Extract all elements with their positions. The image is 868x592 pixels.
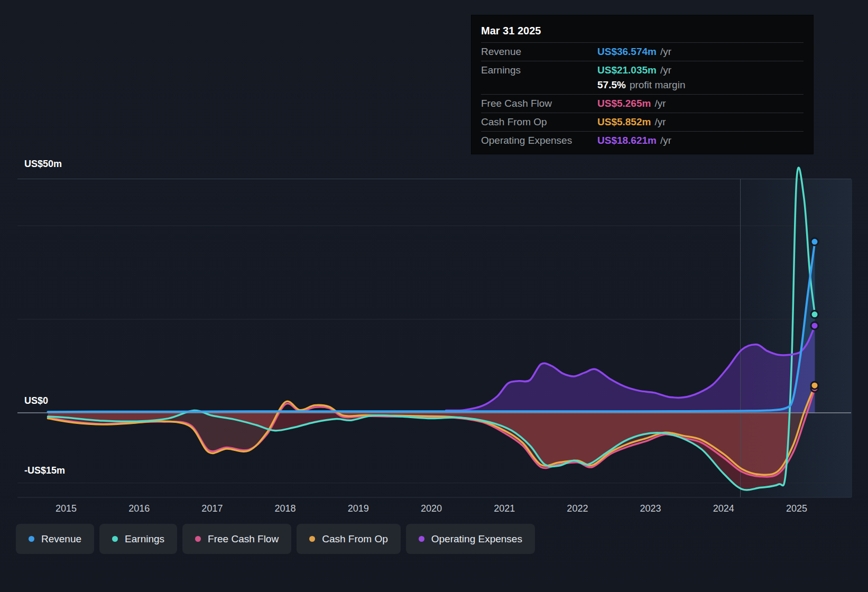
x-tick-label: 2020 <box>421 503 442 514</box>
free-cash-flow-value: US$5.265m <box>597 98 651 109</box>
x-tick-label: 2023 <box>640 503 661 514</box>
x-tick-label: 2025 <box>786 503 807 514</box>
revenue-label: Revenue <box>481 46 597 58</box>
operating-expenses-label: Operating Expenses <box>481 135 597 146</box>
profit-margin-value: 57.5% <box>597 79 626 91</box>
x-tick-label: 2017 <box>201 503 223 514</box>
legend: Revenue Earnings Free Cash Flow Cash Fro… <box>16 524 535 554</box>
x-tick-label: 2015 <box>56 503 77 514</box>
legend-label-earnings: Earnings <box>125 533 164 545</box>
free-cash-flow-label: Free Cash Flow <box>481 98 597 109</box>
revenue-value: US$36.574m <box>597 46 657 58</box>
free-cash-flow-dot-icon <box>195 536 201 542</box>
earnings-dot-icon <box>112 536 118 542</box>
revenue-suffix: /yr <box>660 46 671 58</box>
chart-tooltip: Mar 31 2025 Revenue US$36.574m /yr Earni… <box>471 15 814 154</box>
legend-label-cash-from-op: Cash From Op <box>322 533 388 545</box>
cash-from-op-label: Cash From Op <box>481 116 597 128</box>
earnings-suffix: /yr <box>660 64 671 76</box>
operating-expenses-dot-icon <box>419 536 424 542</box>
legend-label-revenue: Revenue <box>41 533 81 545</box>
y-axis-label-0: US$0 <box>24 395 48 406</box>
cash-from-op-dot-icon <box>309 536 315 542</box>
x-tick-label: 2022 <box>567 503 588 514</box>
operating-expenses-value: US$18.621m <box>597 135 657 146</box>
legend-item-earnings[interactable]: Earnings <box>99 524 177 554</box>
profit-margin-suffix: profit margin <box>630 79 686 91</box>
cash-from-op-suffix: /yr <box>654 116 666 128</box>
x-tick-label: 2016 <box>128 503 150 514</box>
x-tick-label: 2024 <box>713 503 734 514</box>
free-cash-flow-suffix: /yr <box>654 98 666 109</box>
tooltip-row-revenue: Revenue US$36.574m /yr <box>481 42 804 61</box>
legend-label-operating-expenses: Operating Expenses <box>431 533 522 545</box>
earnings-label: Earnings <box>481 64 597 76</box>
cash-from-op-value: US$5.852m <box>597 116 651 128</box>
x-tick-label: 2018 <box>275 503 296 514</box>
tooltip-row-operating-expenses: Operating Expenses US$18.621m /yr <box>481 131 804 150</box>
x-tick-label: 2019 <box>348 503 369 514</box>
tooltip-row-free-cash-flow: Free Cash Flow US$5.265m /yr <box>481 94 804 113</box>
operating-expenses-suffix: /yr <box>660 135 671 146</box>
earnings-revenue-history-chart: US$50m US$0 -US$15m 20152016201720182019… <box>0 0 868 592</box>
legend-item-free-cash-flow[interactable]: Free Cash Flow <box>182 524 291 554</box>
tooltip-row-earnings: Earnings US$21.035m /yr <box>481 61 804 79</box>
y-axis-label-neg15m: -US$15m <box>24 465 65 476</box>
legend-item-operating-expenses[interactable]: Operating Expenses <box>406 524 535 554</box>
tooltip-row-profit-margin: 57.5% profit margin <box>481 79 804 94</box>
y-axis-label-50m: US$50m <box>24 159 62 170</box>
revenue-dot-icon <box>29 536 34 542</box>
legend-item-cash-from-op[interactable]: Cash From Op <box>297 524 401 554</box>
legend-item-revenue[interactable]: Revenue <box>16 524 94 554</box>
tooltip-date: Mar 31 2025 <box>481 21 804 42</box>
earnings-value: US$21.035m <box>597 64 657 76</box>
legend-label-free-cash-flow: Free Cash Flow <box>208 533 279 545</box>
tooltip-row-cash-from-op: Cash From Op US$5.852m /yr <box>481 113 804 131</box>
x-tick-label: 2021 <box>494 503 515 514</box>
